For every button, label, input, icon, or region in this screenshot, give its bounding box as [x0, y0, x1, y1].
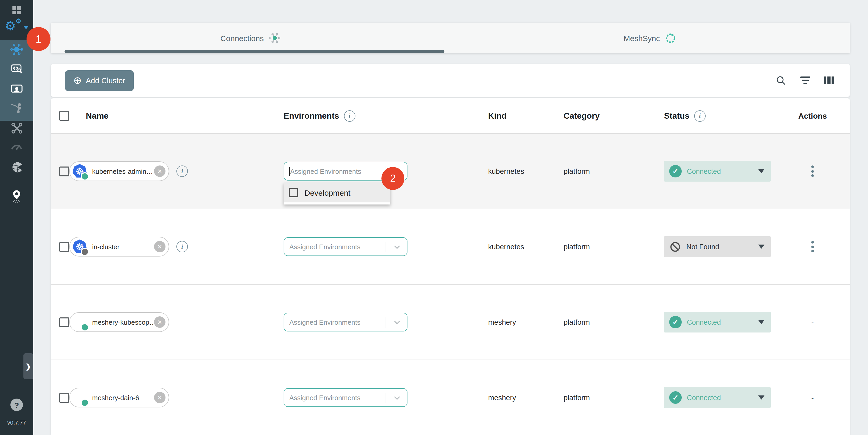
remove-x-icon[interactable]: ✕ [154, 392, 165, 403]
row-checkbox[interactable] [59, 242, 69, 252]
sidebar: ⚙⚙ [0, 0, 33, 435]
connection-name: in-cluster [92, 243, 154, 251]
option-checkbox[interactable] [289, 188, 298, 197]
tab-connections[interactable]: Connections [51, 23, 451, 53]
environment-option-development[interactable]: Development [284, 183, 390, 203]
info-icon[interactable]: i [177, 241, 188, 252]
sidebar-item-toolkit[interactable] [0, 122, 33, 135]
category-cell: platform [564, 393, 664, 402]
table-row: ☸ kubernetes-admin… ✕ i Assigned Environ… [51, 133, 850, 209]
environments-placeholder: Assigned Environments [289, 243, 360, 251]
kind-cell: kubernetes [488, 243, 564, 251]
status-badge[interactable]: Not Found [664, 236, 771, 257]
caret-down-icon [758, 396, 765, 400]
table-row: ☸ in-cluster ✕ i Assigned Environments [51, 209, 850, 284]
category-cell: platform [564, 243, 664, 251]
status-badge[interactable]: ✓ Connected [664, 161, 771, 182]
remove-x-icon[interactable]: ✕ [154, 165, 165, 177]
row-checkbox[interactable] [59, 166, 69, 176]
sidebar-item-profiles[interactable] [0, 82, 33, 96]
caret-down-icon [758, 245, 765, 249]
chevron-down-icon[interactable] [392, 317, 402, 328]
tab-connections-label: Connections [220, 34, 264, 42]
sidebar-expand-button[interactable]: ❯ [23, 353, 33, 379]
text-cursor [289, 167, 289, 176]
connection-chip[interactable]: ☸ in-cluster ✕ [69, 237, 169, 256]
option-label: Development [304, 188, 350, 197]
sidebar-item-pipeline[interactable] [0, 101, 33, 115]
presence-dot [81, 323, 89, 332]
category-cell: platform [564, 167, 664, 175]
kind-cell: meshery [488, 318, 564, 326]
status-badge[interactable]: ✓ Connected [664, 312, 771, 333]
row-checkbox[interactable] [59, 317, 69, 327]
caret-down-icon [758, 169, 765, 173]
kebab-menu-icon[interactable] [809, 163, 816, 179]
connection-chip[interactable]: ☸ kubernetes-admin… ✕ [69, 161, 169, 181]
filter-icon[interactable] [800, 76, 810, 84]
environments-dropdown: Development [284, 183, 390, 205]
app-version: v0.7.77 [0, 420, 33, 426]
row-checkbox[interactable] [59, 393, 69, 402]
header-category: Category [564, 111, 664, 120]
kind-cell: kubernetes [488, 167, 564, 175]
header-name: Name [69, 111, 284, 120]
chevron-down-icon[interactable] [392, 242, 402, 252]
sidebar-item-adapters[interactable] [0, 62, 33, 75]
info-icon[interactable]: i [177, 165, 188, 177]
environments-select[interactable]: Assigned Environments [284, 237, 407, 256]
chevron-right-icon: ❯ [26, 363, 31, 370]
annotation-marker-1: 1 [27, 27, 51, 51]
presence-dot [81, 399, 89, 407]
help-button[interactable]: ? [0, 399, 33, 411]
kind-cell: meshery [488, 393, 564, 402]
environments-placeholder: Assigned Environments [290, 167, 361, 175]
add-cluster-label: Add Cluster [86, 76, 125, 85]
plus-circle-icon: ⊕ [73, 75, 82, 85]
remove-x-icon[interactable]: ✕ [154, 241, 165, 252]
active-tab-indicator [65, 50, 444, 53]
chevron-down-icon[interactable] [392, 393, 402, 403]
select-all-checkbox[interactable] [59, 111, 69, 121]
sidebar-item-environments[interactable] [0, 189, 33, 204]
connection-chip[interactable]: meshery-dain-6 ✕ [69, 387, 169, 407]
connections-mesh-icon [269, 32, 281, 44]
table-row: meshery-dain-6 ✕ Assigned Environments m… [51, 360, 850, 435]
mesh-pie-icon [10, 161, 23, 174]
check-circle-icon: ✓ [669, 391, 682, 404]
search-icon[interactable] [775, 75, 786, 86]
info-icon[interactable]: i [694, 110, 706, 122]
dashboard-icon [11, 4, 22, 15]
connection-name: meshery-kubescop… [92, 318, 154, 326]
environments-placeholder: Assigned Environments [289, 318, 360, 326]
gauge-icon [10, 140, 23, 154]
sidebar-item-dashboard[interactable] [0, 4, 33, 15]
help-icon: ? [10, 399, 23, 411]
environments-select[interactable]: Assigned Environments [284, 388, 407, 407]
view-columns-icon[interactable] [824, 76, 834, 84]
actions-empty: - [811, 393, 814, 402]
status-badge[interactable]: ✓ Connected [664, 387, 771, 408]
kebab-menu-icon[interactable] [809, 239, 816, 254]
sidebar-item-meshmap[interactable] [0, 161, 33, 174]
sidebar-lifecycle-submenu [0, 40, 33, 121]
connection-chip[interactable]: meshery-kubescop… ✕ [69, 312, 169, 332]
check-circle-icon: ✓ [669, 165, 682, 178]
environments-select[interactable]: Assigned Environments [284, 313, 407, 332]
add-cluster-button[interactable]: ⊕ Add Cluster [65, 70, 133, 91]
tab-meshsync[interactable]: MeshSync [451, 23, 850, 53]
actions-empty: - [811, 318, 814, 326]
blocked-icon [669, 241, 681, 253]
header-kind: Kind [488, 111, 564, 120]
crossed-wrenches-icon [10, 122, 23, 135]
connections-mesh-icon [10, 43, 23, 56]
remove-x-icon[interactable]: ✕ [154, 316, 165, 328]
check-circle-icon: ✓ [669, 316, 682, 328]
connection-name: kubernetes-admin… [92, 167, 154, 175]
tab-bar: Connections MeshSync [51, 23, 850, 53]
environments-placeholder: Assigned Environments [289, 394, 360, 401]
sidebar-item-performance[interactable] [0, 140, 33, 154]
table-row: meshery-kubescop… ✕ Assigned Environment… [51, 284, 850, 360]
table-header: Name Environments i Kind Category Status… [51, 98, 850, 133]
info-icon[interactable]: i [344, 110, 355, 122]
